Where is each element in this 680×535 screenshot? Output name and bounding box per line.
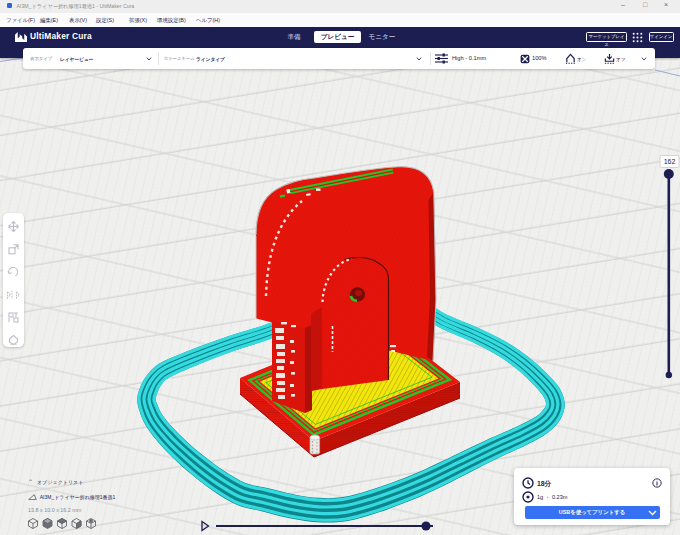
svg-text:162: 162 [664,158,676,165]
